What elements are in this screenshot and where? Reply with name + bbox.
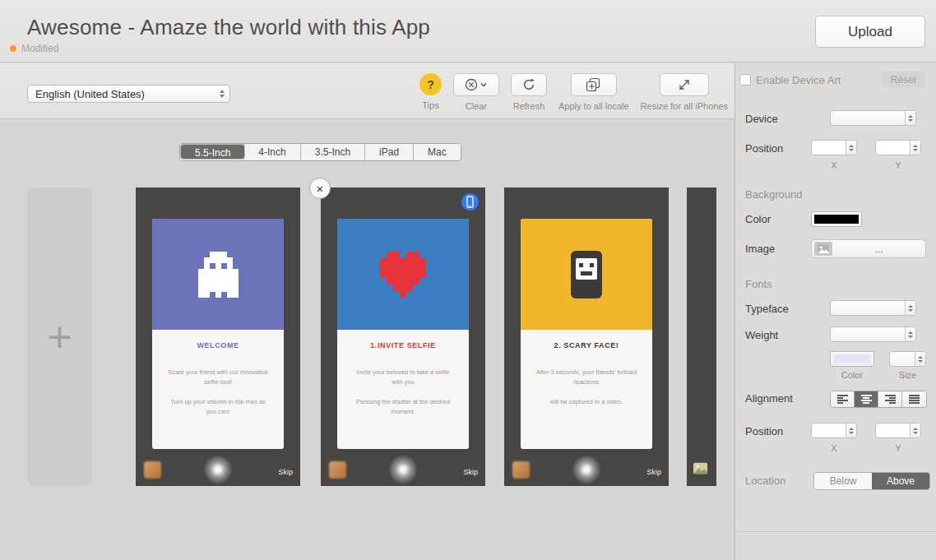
screenshot-thumbnail-2[interactable]: × 1.INVITE SELFIE Invite your beloved to… bbox=[321, 187, 485, 486]
font-color-swatch bbox=[833, 354, 871, 363]
stepper-icon[interactable] bbox=[910, 423, 920, 437]
tab-4-inch[interactable]: 4-Inch bbox=[244, 144, 300, 160]
stepper-icon[interactable] bbox=[846, 141, 856, 155]
chevron-updown-icon[interactable] bbox=[905, 111, 915, 125]
align-center-button[interactable] bbox=[855, 391, 878, 407]
font-size-select[interactable] bbox=[889, 351, 926, 367]
position-x-field[interactable] bbox=[811, 140, 857, 155]
background-image-well[interactable]: ... bbox=[811, 239, 926, 258]
tab-3-5-inch[interactable]: 3.5-Inch bbox=[301, 144, 365, 160]
photo-thumbnail-icon bbox=[693, 462, 707, 474]
align-left-button[interactable] bbox=[831, 391, 855, 407]
card-body-line: Turn up your volumn to the max as you ca… bbox=[167, 397, 269, 417]
text-position-label: Position bbox=[745, 425, 783, 437]
location-above-button[interactable]: Above bbox=[872, 473, 929, 489]
align-left-icon bbox=[837, 395, 848, 404]
alignment-segmented-control bbox=[830, 391, 927, 408]
tips-button[interactable]: ? Tips bbox=[419, 73, 442, 110]
align-justify-button[interactable] bbox=[902, 391, 926, 407]
help-icon: ? bbox=[419, 73, 442, 95]
align-right-icon bbox=[885, 395, 896, 404]
thumbnail-blob-icon bbox=[329, 461, 346, 479]
y-axis-label: Y bbox=[875, 160, 921, 170]
text-position-x-field[interactable] bbox=[811, 423, 857, 438]
enable-device-art-label: Enable Device Art bbox=[756, 74, 841, 86]
shot-footer: Skip bbox=[504, 450, 669, 486]
location-below-button[interactable]: Below bbox=[814, 473, 872, 489]
alignment-label: Alignment bbox=[745, 392, 793, 405]
skip-label: Skip bbox=[646, 468, 661, 476]
text-x-axis-label: X bbox=[811, 443, 857, 453]
background-section-header: Background bbox=[745, 188, 802, 201]
typeface-select[interactable] bbox=[830, 300, 916, 316]
clear-circle-x-icon bbox=[453, 73, 499, 96]
header: Awesome - Amaze the world with this App … bbox=[0, 0, 936, 62]
stepper-icon[interactable] bbox=[910, 141, 920, 155]
background-color-swatch bbox=[814, 215, 859, 224]
clear-button[interactable]: Clear bbox=[453, 73, 499, 111]
phone-screen bbox=[576, 258, 597, 280]
close-icon[interactable]: × bbox=[309, 178, 331, 199]
card-art-area bbox=[521, 219, 652, 330]
position-y-field[interactable] bbox=[875, 140, 921, 155]
screenshots-canvas: 5.5-Inch 4.7-Inch 4-Inch 3.5-Inch iPad M… bbox=[0, 120, 734, 560]
position-y-input[interactable] bbox=[876, 141, 910, 155]
upload-button[interactable]: Upload bbox=[815, 16, 925, 48]
add-screenshot-dropzone[interactable]: + bbox=[27, 187, 92, 486]
ghost-pixel-icon bbox=[198, 252, 239, 298]
chevron-updown-icon bbox=[220, 90, 225, 98]
device-phone-badge-icon[interactable] bbox=[461, 193, 479, 211]
stepper-icon[interactable] bbox=[846, 423, 856, 437]
screenshot-thumbnail-3[interactable]: 2. SCARY FACE! After 3 seconds, your fri… bbox=[504, 187, 669, 486]
device-select[interactable] bbox=[830, 110, 916, 126]
refresh-label: Refresh bbox=[513, 101, 545, 111]
chevron-updown-icon[interactable] bbox=[905, 327, 915, 341]
clear-label: Clear bbox=[466, 101, 487, 111]
screenshot-card: 2. SCARY FACE! After 3 seconds, your fri… bbox=[521, 219, 652, 449]
screenshot-card: 1.INVITE SELFIE Invite your beloved to t… bbox=[337, 219, 469, 449]
sidebar-divider bbox=[735, 531, 936, 532]
image-browse-button[interactable]: ... bbox=[832, 243, 925, 255]
language-select[interactable]: English (United States) bbox=[27, 85, 230, 103]
device-label: Device bbox=[745, 113, 778, 125]
chevron-updown-icon[interactable] bbox=[905, 301, 915, 315]
enable-device-art-checkbox[interactable] bbox=[739, 74, 751, 86]
refresh-button[interactable]: Refresh bbox=[511, 73, 547, 111]
chevron-updown-icon[interactable] bbox=[915, 352, 925, 366]
reset-button[interactable]: Reset bbox=[882, 72, 925, 87]
thumbnail-blob-icon bbox=[512, 461, 530, 479]
tab-ipad[interactable]: iPad bbox=[365, 144, 414, 160]
card-art-area bbox=[152, 219, 284, 330]
resize-diagonal-icon bbox=[660, 73, 709, 96]
text-position-y-field[interactable] bbox=[875, 423, 921, 438]
tab-mac[interactable]: Mac bbox=[414, 144, 461, 160]
weight-select[interactable] bbox=[830, 326, 916, 342]
position-x-input[interactable] bbox=[812, 141, 846, 155]
location-label: Location bbox=[745, 474, 785, 487]
screenshot-card: WELCOME Scare your friend with our innov… bbox=[152, 219, 284, 449]
toolbar-button-group: ? Tips Clear bbox=[408, 73, 728, 111]
font-color-well[interactable] bbox=[830, 351, 874, 367]
card-body-line: Invite your beloved to take a selfie wit… bbox=[352, 368, 454, 387]
apply-to-all-locale-button[interactable]: Apply to all locale bbox=[558, 73, 629, 111]
typeface-label: Typeface bbox=[745, 303, 789, 315]
card-title: WELCOME bbox=[152, 341, 284, 349]
text-position-x-input[interactable] bbox=[812, 423, 846, 437]
resize-for-all-iphones-label: Resize for all iPhones bbox=[641, 101, 728, 111]
card-art-area bbox=[337, 219, 469, 330]
picture-icon bbox=[814, 242, 832, 256]
font-color-sub-label: Color bbox=[830, 370, 874, 380]
text-position-y-input[interactable] bbox=[876, 423, 910, 437]
screenshot-thumbnail-1[interactable]: WELCOME Scare your friend with our innov… bbox=[136, 187, 300, 486]
card-body-line: Scare your friend with our innovative se… bbox=[167, 368, 269, 387]
screenshot-thumbnail-4-partial[interactable] bbox=[687, 187, 716, 486]
align-right-button[interactable] bbox=[878, 391, 902, 407]
device-size-tabs: 5.5-Inch 4.7-Inch 4-Inch 3.5-Inch iPad M… bbox=[179, 143, 461, 161]
background-color-well[interactable] bbox=[811, 211, 862, 227]
resize-for-all-iphones-button[interactable]: Resize for all iPhones bbox=[641, 73, 728, 111]
page-indicator-glow bbox=[387, 454, 419, 485]
card-title: 1.INVITE SELFIE bbox=[337, 341, 469, 349]
text-y-axis-label: Y bbox=[875, 443, 921, 453]
tab-5-5-inch[interactable]: 5.5-Inch bbox=[180, 144, 245, 160]
page-indicator-glow bbox=[202, 454, 234, 485]
